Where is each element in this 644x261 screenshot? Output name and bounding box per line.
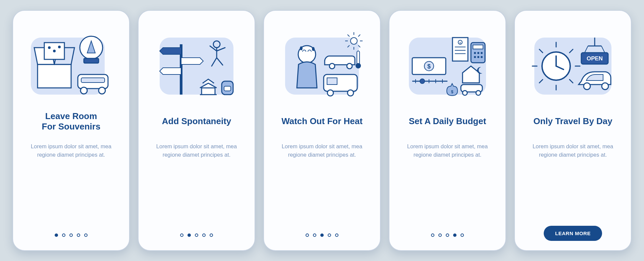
svg-point-43 bbox=[347, 90, 354, 96]
svg-text:$: $ bbox=[460, 41, 461, 44]
card-title: Leave Room For Souvenirs bbox=[42, 111, 101, 132]
dot[interactable] bbox=[195, 233, 198, 237]
svg-point-57 bbox=[477, 56, 479, 58]
svg-marker-17 bbox=[160, 48, 181, 54]
svg-text:$: $ bbox=[427, 63, 431, 70]
svg-point-26 bbox=[312, 47, 315, 51]
dot[interactable] bbox=[180, 233, 183, 237]
svg-text:OPEN: OPEN bbox=[587, 55, 603, 62]
svg-point-58 bbox=[481, 56, 483, 58]
card-desc: Lorem ipsum dolor sit amet, mea regione … bbox=[399, 142, 496, 159]
pagination-dots bbox=[180, 233, 213, 237]
souvenirs-icon bbox=[28, 28, 115, 101]
svg-rect-52 bbox=[473, 45, 483, 49]
svg-point-63 bbox=[420, 79, 425, 84]
dot[interactable] bbox=[69, 233, 73, 237]
pagination-dots bbox=[431, 233, 464, 237]
svg-rect-41 bbox=[327, 78, 337, 85]
svg-point-92 bbox=[602, 83, 608, 90]
dot[interactable] bbox=[306, 233, 309, 237]
dot[interactable] bbox=[77, 233, 80, 237]
onboarding-card: Add Spontaneity Lorem ipsum dolor sit am… bbox=[138, 10, 255, 251]
svg-marker-19 bbox=[160, 68, 181, 74]
svg-line-35 bbox=[347, 35, 350, 37]
card-desc: Lorem ipsum dolor sit amet, mea regione … bbox=[524, 142, 622, 159]
onboarding-card: OPEN Only Travel By Day Lorem ipsum dolo… bbox=[514, 10, 632, 251]
dot[interactable] bbox=[431, 233, 434, 237]
svg-point-53 bbox=[474, 52, 476, 54]
dot[interactable] bbox=[62, 233, 65, 237]
dot[interactable] bbox=[55, 233, 58, 237]
svg-point-54 bbox=[477, 52, 479, 54]
svg-point-42 bbox=[327, 90, 333, 96]
dot[interactable] bbox=[438, 233, 442, 237]
dot[interactable] bbox=[461, 233, 464, 237]
card-desc: Lorem ipsum dolor sit amet, mea regione … bbox=[148, 142, 245, 159]
pagination-dots bbox=[55, 233, 88, 237]
svg-point-37 bbox=[347, 63, 352, 69]
svg-rect-38 bbox=[357, 51, 360, 64]
dot[interactable] bbox=[328, 233, 331, 237]
card-title: Set A Daily Budget bbox=[409, 111, 486, 132]
svg-text:$: $ bbox=[451, 90, 453, 94]
budget-icon: $ $ bbox=[404, 28, 491, 101]
dot[interactable] bbox=[187, 233, 191, 237]
dot[interactable] bbox=[84, 233, 88, 237]
svg-point-6 bbox=[53, 50, 56, 52]
heat-icon bbox=[278, 28, 366, 101]
svg-point-27 bbox=[351, 38, 357, 44]
svg-point-70 bbox=[463, 91, 467, 95]
svg-rect-12 bbox=[81, 78, 105, 83]
svg-point-25 bbox=[300, 46, 303, 50]
dot[interactable] bbox=[320, 233, 324, 237]
svg-point-56 bbox=[474, 56, 476, 58]
card-desc: Lorem ipsum dolor sit amet, mea regione … bbox=[22, 142, 120, 159]
svg-point-39 bbox=[356, 63, 361, 68]
learn-more-button[interactable]: LEARN MORE bbox=[544, 226, 602, 241]
svg-point-91 bbox=[584, 83, 590, 90]
svg-rect-1 bbox=[38, 64, 71, 88]
onboarding-card: Watch Out For Heat Lorem ipsum dolor sit… bbox=[263, 10, 381, 251]
card-title: Watch Out For Heat bbox=[281, 111, 363, 132]
dot[interactable] bbox=[313, 233, 316, 237]
svg-point-36 bbox=[329, 63, 335, 69]
card-desc: Lorem ipsum dolor sit amet, mea regione … bbox=[273, 142, 371, 159]
svg-marker-18 bbox=[181, 58, 203, 64]
svg-point-14 bbox=[99, 87, 105, 94]
dot[interactable] bbox=[210, 233, 213, 237]
spontaneity-icon bbox=[153, 28, 240, 101]
onboarding-card: Leave Room For Souvenirs Lorem ipsum dol… bbox=[12, 10, 130, 251]
svg-point-71 bbox=[476, 91, 481, 95]
svg-rect-10 bbox=[84, 58, 99, 63]
dot[interactable] bbox=[453, 233, 457, 237]
svg-point-55 bbox=[481, 52, 483, 54]
card-title: Only Travel By Day bbox=[533, 111, 612, 132]
card-title: Add Spontaneity bbox=[162, 111, 231, 132]
svg-line-32 bbox=[358, 35, 360, 37]
dot[interactable] bbox=[446, 233, 449, 237]
svg-point-7 bbox=[58, 46, 61, 48]
svg-point-5 bbox=[48, 46, 51, 49]
dot[interactable] bbox=[335, 233, 338, 237]
daylight-icon: OPEN bbox=[529, 28, 616, 101]
pagination-dots bbox=[306, 233, 338, 237]
svg-point-13 bbox=[80, 87, 87, 94]
onboarding-card: $ $ bbox=[389, 10, 506, 251]
dot[interactable] bbox=[202, 233, 206, 237]
svg-rect-22 bbox=[224, 86, 231, 91]
